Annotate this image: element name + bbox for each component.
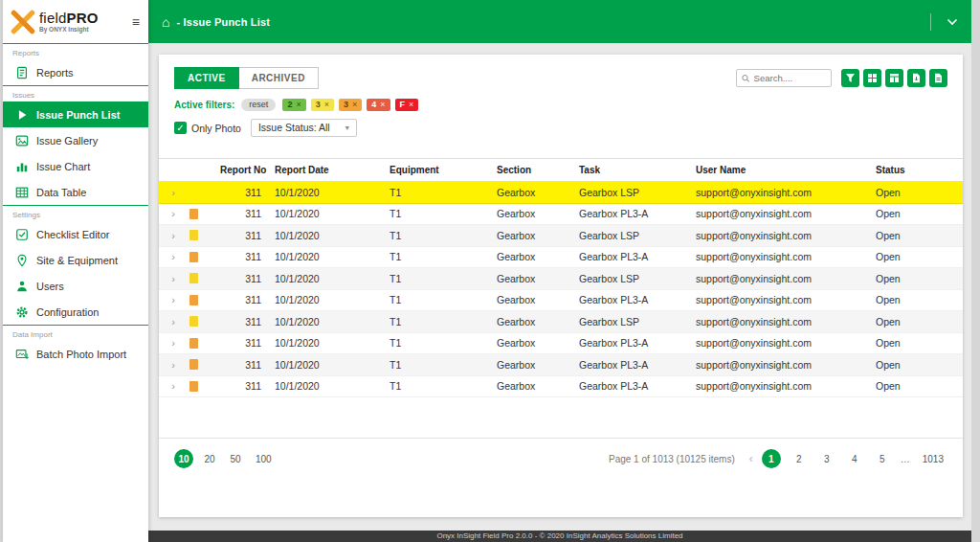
sidebar-item-label: Configuration xyxy=(36,306,99,318)
page-number-button[interactable]: 5 xyxy=(873,449,892,468)
cell-section: Gearbox xyxy=(493,273,575,284)
active-filters-row: Active filters: reset 2×3×3×4×F× xyxy=(159,94,963,113)
filter-badge[interactable]: F× xyxy=(395,99,419,111)
search-input[interactable] xyxy=(754,73,826,83)
issue-status-dropdown[interactable]: Issue Status: All ▾ xyxy=(251,119,357,137)
page-size-button[interactable]: 10 xyxy=(174,449,193,468)
sidebar-item-users[interactable]: Users xyxy=(3,273,148,299)
page-number-button[interactable]: 2 xyxy=(790,449,809,468)
menu-icon[interactable]: ≡ xyxy=(129,12,143,32)
expand-row-icon[interactable]: › xyxy=(171,380,175,392)
table-row[interactable]: › 311 10/1/2020 T1 Gearbox Gearbox PL3-A… xyxy=(159,354,963,376)
cell-equipment: T1 xyxy=(386,316,493,327)
content-card: ACTIVE ARCHIVED xyxy=(159,55,963,517)
sidebar-item-checklist-editor[interactable]: Checklist Editor xyxy=(3,221,148,247)
section-label-reports: Reports xyxy=(3,43,148,59)
expand-row-icon[interactable]: › xyxy=(171,294,175,305)
tab-active[interactable]: ACTIVE xyxy=(174,67,239,89)
table-row[interactable]: › 311 10/1/2020 T1 Gearbox Gearbox LSP s… xyxy=(159,268,963,290)
cell-report-date: 10/1/2020 xyxy=(271,380,386,392)
cell-report-no: 311 xyxy=(209,208,271,219)
table-row[interactable]: › 311 10/1/2020 T1 Gearbox Gearbox LSP s… xyxy=(159,225,963,247)
sidebar-item-configuration[interactable]: Configuration xyxy=(3,299,148,325)
cell-report-no: 311 xyxy=(209,230,271,241)
sidebar-item-issue-gallery[interactable]: Issue Gallery xyxy=(3,127,148,153)
severity-indicator xyxy=(189,273,198,283)
map-pin-icon xyxy=(15,254,29,267)
severity-indicator xyxy=(189,338,198,349)
table-row[interactable]: › 311 10/1/2020 T1 Gearbox Gearbox PL3-A… xyxy=(159,376,963,398)
page-number-button[interactable]: 4 xyxy=(845,449,864,468)
filter-badge[interactable]: 2× xyxy=(282,99,305,111)
export-csv-button[interactable] xyxy=(929,69,947,87)
filter-badge[interactable]: 3× xyxy=(311,99,334,111)
expand-row-icon[interactable]: › xyxy=(171,359,175,371)
expand-row-icon[interactable]: › xyxy=(171,251,175,262)
prev-page-icon[interactable]: ‹ xyxy=(749,452,753,465)
col-user-name[interactable]: User Name xyxy=(692,165,872,175)
cell-task: Gearbox PL3-A xyxy=(575,359,692,371)
sidebar-item-label: Site & Equipment xyxy=(36,255,118,266)
expand-row-icon[interactable]: › xyxy=(171,316,175,327)
sidebar-item-label: Issue Gallery xyxy=(36,135,98,147)
reset-filters-button[interactable]: reset xyxy=(241,99,276,111)
severity-indicator xyxy=(189,252,198,262)
cell-task: Gearbox LSP xyxy=(575,316,692,327)
table-row[interactable]: › 311 10/1/2020 T1 Gearbox Gearbox PL3-A… xyxy=(159,247,963,269)
cell-user-name: support@onyxinsight.com xyxy=(692,380,872,392)
sidebar-item-data-table[interactable]: Data Table xyxy=(3,179,148,205)
app-window: fieldPRO By ONYX Insight ≡ Reports Repor… xyxy=(3,0,971,542)
expand-row-icon[interactable]: › xyxy=(171,337,175,349)
page-size-button[interactable]: 100 xyxy=(252,449,276,468)
cell-section: Gearbox xyxy=(493,230,575,241)
filter-button[interactable] xyxy=(841,69,859,87)
page-number-button[interactable]: 3 xyxy=(817,449,836,468)
col-equipment[interactable]: Equipment xyxy=(386,165,493,175)
col-task[interactable]: Task xyxy=(575,165,692,175)
filter-badges: 2×3×3×4×F× xyxy=(282,99,418,111)
user-menu-chevron-icon[interactable] xyxy=(947,18,958,26)
sidebar-item-issue-punch-list[interactable]: Issue Punch List xyxy=(3,102,148,127)
table-row[interactable]: › 311 10/1/2020 T1 Gearbox Gearbox PL3-A… xyxy=(159,290,963,312)
badge-close-icon[interactable]: × xyxy=(380,100,385,109)
badge-close-icon[interactable]: × xyxy=(352,100,357,109)
checkbox-check-icon[interactable]: ✓ xyxy=(174,122,187,134)
badge-close-icon[interactable]: × xyxy=(409,100,413,109)
home-icon[interactable]: ⌂ xyxy=(162,15,169,29)
expand-row-icon[interactable]: › xyxy=(171,273,175,284)
export-excel-button[interactable] xyxy=(907,69,925,87)
col-report-no[interactable]: Report No xyxy=(209,165,271,175)
table-row[interactable]: › 311 10/1/2020 T1 Gearbox Gearbox LSP s… xyxy=(159,311,963,333)
cell-user-name: support@onyxinsight.com xyxy=(692,316,872,327)
expand-row-icon[interactable]: › xyxy=(171,230,175,241)
sidebar-item-reports[interactable]: Reports xyxy=(3,59,148,85)
table-row[interactable]: › 311 10/1/2020 T1 Gearbox Gearbox PL3-A… xyxy=(159,204,963,226)
only-photo-checkbox[interactable]: ✓ Only Photo xyxy=(174,122,241,134)
col-report-date[interactable]: Report Date xyxy=(271,165,386,175)
layout-button[interactable] xyxy=(885,69,903,87)
tab-archived[interactable]: ARCHIVED xyxy=(239,67,319,89)
expand-row-icon[interactable]: › xyxy=(171,187,175,198)
sidebar-item-site-equipment[interactable]: Site & Equipment xyxy=(3,247,148,273)
badge-close-icon[interactable]: × xyxy=(324,100,329,109)
table-row[interactable]: › 311 10/1/2020 T1 Gearbox Gearbox PL3-A… xyxy=(159,333,963,355)
col-section[interactable]: Section xyxy=(493,165,575,175)
sidebar-item-issue-chart[interactable]: Issue Chart xyxy=(3,153,148,179)
column-chooser-button[interactable] xyxy=(863,69,881,87)
page-size-button[interactable]: 50 xyxy=(226,449,245,468)
cell-task: Gearbox LSP xyxy=(575,230,692,241)
cell-report-date: 10/1/2020 xyxy=(271,273,386,284)
filter-badge[interactable]: 4× xyxy=(367,99,390,111)
page-size-button[interactable]: 20 xyxy=(200,449,219,468)
col-status[interactable]: Status xyxy=(872,165,963,175)
badge-close-icon[interactable]: × xyxy=(296,100,301,109)
funnel-icon xyxy=(845,73,856,83)
severity-indicator xyxy=(189,316,198,327)
table-row[interactable]: › 311 10/1/2020 T1 Gearbox Gearbox LSP s… xyxy=(159,182,963,204)
cell-task: Gearbox PL3-A xyxy=(575,208,692,219)
expand-row-icon[interactable]: › xyxy=(171,208,175,219)
filter-badge[interactable]: 3× xyxy=(339,99,362,111)
page-number-button[interactable]: 1013 xyxy=(919,449,947,468)
page-number-button[interactable]: 1 xyxy=(762,449,781,468)
sidebar-item-batch-photo-import[interactable]: Batch Photo Import xyxy=(3,341,148,367)
